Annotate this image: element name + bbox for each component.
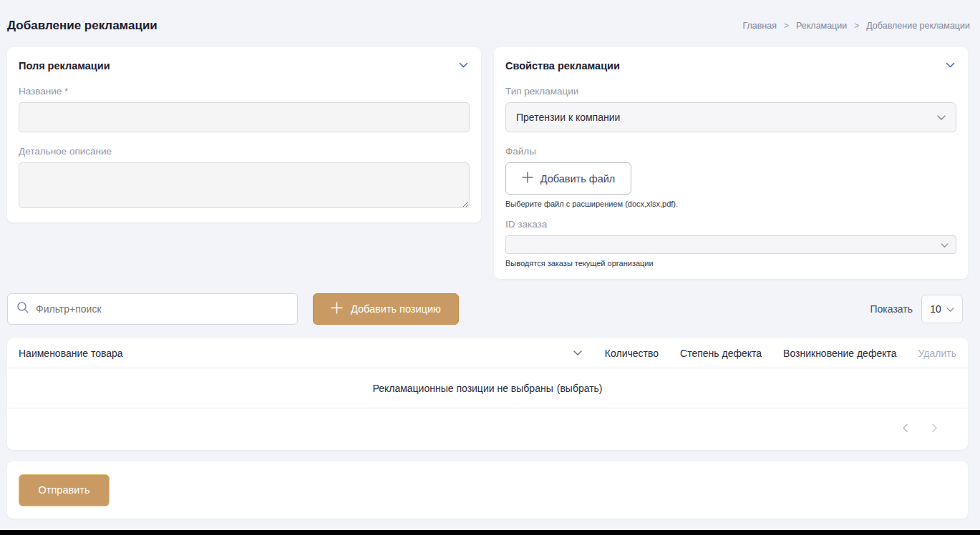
breadcrumb-home[interactable]: Главная [742, 21, 777, 31]
add-claim-page: Добавление рекламации Главная > Рекламац… [0, 0, 980, 535]
files-label: Файлы [505, 146, 956, 157]
plus-icon [522, 172, 533, 185]
column-sort-button[interactable] [572, 346, 583, 360]
page-header: Добавление рекламации Главная > Рекламац… [0, 0, 980, 40]
empty-state-text: Рекламационные позиции не выбраны [372, 383, 553, 394]
chevron-down-icon [946, 303, 954, 315]
previous-page-button[interactable] [899, 421, 911, 438]
chevron-left-icon [902, 423, 908, 435]
order-id-hint: Выводятся заказы текущей организации [505, 259, 956, 268]
search-icon [16, 301, 29, 317]
empty-state-row: Рекламационные позиции не выбраны (выбра… [7, 368, 968, 408]
chevron-down-icon [946, 60, 955, 71]
form-cards-row: Поля рекламации Название * Детальное опи… [0, 40, 980, 279]
breadcrumb-claims[interactable]: Рекламации [796, 21, 847, 31]
claim-properties-card: Свойства рекламации Тип рекламации Прете… [494, 47, 968, 279]
claim-properties-card-title: Свойства рекламации [505, 60, 620, 72]
chevron-down-icon [459, 60, 468, 71]
breadcrumb-separator-icon: > [784, 21, 789, 31]
collapse-fields-card-button[interactable] [457, 59, 470, 72]
filter-search-box[interactable] [7, 293, 298, 325]
add-file-button-label: Добавить файл [540, 173, 616, 185]
claim-type-select[interactable]: Претензии к компании [505, 102, 956, 132]
bottom-edge-bar [0, 530, 980, 535]
chevron-down-icon [937, 111, 946, 124]
column-defect-origin: Возникновение дефекта [783, 348, 896, 359]
claim-fields-card-title: Поля рекламации [19, 60, 110, 72]
claim-fields-card: Поля рекламации Название * Детальное опи… [7, 47, 481, 222]
plus-icon [331, 302, 343, 316]
description-field-label: Детальное описание [19, 146, 470, 157]
add-position-button[interactable]: Добавить позицию [313, 293, 459, 325]
breadcrumb: Главная > Рекламации > Добавление реклам… [742, 21, 970, 31]
breadcrumb-current: Добавление рекламации [866, 21, 970, 31]
chevron-down-icon [573, 348, 582, 358]
positions-table-header: Наименование товара Количество Степень д… [7, 338, 968, 368]
submit-button[interactable]: Отправить [19, 474, 110, 506]
column-defect-degree: Степень дефекта [680, 348, 762, 359]
chevron-down-icon [941, 238, 949, 251]
column-product-name: Наименование товара [19, 346, 583, 360]
order-id-select[interactable] [505, 235, 956, 254]
description-field[interactable] [19, 162, 470, 208]
page-title: Добавление рекламации [7, 19, 157, 33]
select-positions-link[interactable]: (выбрать) [557, 383, 603, 394]
column-delete: Удалить [918, 348, 956, 359]
footer-actions: Отправить [7, 461, 968, 519]
page-size-label: Показать [870, 303, 913, 315]
pagination [7, 408, 968, 450]
column-product-name-label: Наименование товара [19, 348, 123, 359]
files-hint: Выберите файл с расширением (docx,xlsx,p… [505, 200, 956, 208]
claim-properties-card-header: Свойства рекламации [505, 59, 956, 72]
next-page-button[interactable] [928, 421, 941, 438]
add-position-button-label: Добавить позицию [351, 303, 441, 315]
page-size-select[interactable]: 10 [921, 295, 963, 323]
breadcrumb-separator-icon: > [854, 21, 859, 31]
filter-search-input[interactable] [36, 303, 288, 315]
page-size-value: 10 [930, 303, 941, 315]
positions-table: Наименование товара Количество Степень д… [7, 338, 968, 450]
order-id-label: ID заказа [505, 219, 956, 230]
name-field-label: Название * [19, 86, 470, 97]
claim-fields-card-header: Поля рекламации [19, 59, 470, 72]
column-quantity: Количество [605, 348, 659, 359]
add-file-button[interactable]: Добавить файл [505, 162, 631, 195]
name-field[interactable] [19, 102, 470, 132]
claim-type-label: Тип рекламации [505, 86, 956, 97]
positions-toolbar: Добавить позицию Показать 10 [0, 279, 980, 325]
collapse-properties-card-button[interactable] [944, 59, 956, 72]
chevron-right-icon [931, 423, 938, 435]
claim-type-value: Претензии к компании [516, 112, 620, 123]
